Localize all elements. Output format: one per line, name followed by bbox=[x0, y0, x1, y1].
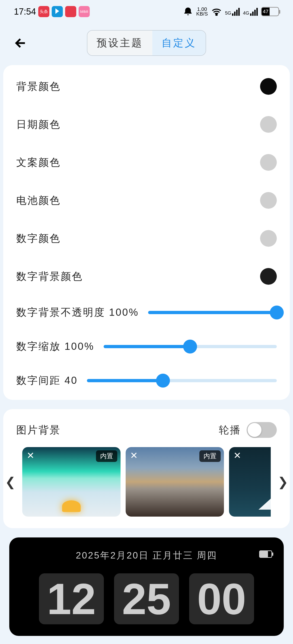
row-scale: 数字缩放 100% bbox=[3, 330, 290, 364]
slider-spacing[interactable] bbox=[87, 379, 277, 382]
delete-image-3[interactable]: ✕ bbox=[232, 450, 242, 460]
battery-icon: 47 bbox=[261, 7, 279, 16]
row-opacity: 数字背景不透明度 100% bbox=[3, 295, 290, 330]
carousel-prev[interactable]: ❮ bbox=[3, 475, 17, 489]
preview-date-row: 2025年2月20日 正月廿三 周四 bbox=[19, 549, 274, 562]
row-date-color[interactable]: 日期颜色 bbox=[3, 106, 290, 144]
carousel-next[interactable]: ❯ bbox=[276, 475, 290, 489]
label-carousel: 轮播 bbox=[219, 423, 241, 437]
bg-image-3[interactable]: ✕ 内 bbox=[229, 447, 271, 516]
flip-minute: 25 bbox=[114, 573, 179, 624]
label-image-bg: 图片背景 bbox=[16, 423, 61, 437]
swatch-battery-color[interactable] bbox=[260, 192, 277, 209]
swatch-date-color[interactable] bbox=[260, 116, 277, 133]
signal-5g-label: 5G bbox=[225, 10, 231, 16]
swatch-bg-color[interactable] bbox=[260, 78, 277, 95]
row-battery-color[interactable]: 电池颜色 bbox=[3, 182, 290, 220]
status-time: 17:54 bbox=[14, 7, 36, 17]
app-icon-play bbox=[52, 6, 63, 17]
slider-scale[interactable] bbox=[104, 345, 277, 348]
label-battery-color: 电池颜色 bbox=[16, 194, 61, 207]
label-date-color: 日期颜色 bbox=[16, 118, 61, 131]
swatch-digit-bg-color[interactable] bbox=[260, 268, 277, 285]
badge-builtin-1: 内置 bbox=[96, 450, 117, 462]
row-digit-color[interactable]: 数字颜色 bbox=[3, 220, 290, 257]
tab-custom[interactable]: 自定义 bbox=[152, 30, 206, 55]
settings-card: 背景颜色 日期颜色 文案颜色 电池颜色 数字颜色 数字背景颜色 数字背景不透明度… bbox=[3, 65, 290, 400]
clock-preview: 2025年2月20日 正月廿三 周四 12 25 00 bbox=[9, 538, 284, 636]
row-bg-color[interactable]: 背景颜色 bbox=[3, 68, 290, 106]
toggle-carousel[interactable] bbox=[247, 422, 277, 438]
alarm-icon bbox=[183, 7, 193, 16]
row-text-color[interactable]: 文案颜色 bbox=[3, 144, 290, 182]
wifi-icon bbox=[211, 8, 222, 16]
back-button[interactable] bbox=[14, 36, 28, 50]
swatch-digit-color[interactable] bbox=[260, 230, 277, 247]
bg-image-1[interactable]: ✕ 内置 bbox=[22, 447, 121, 516]
label-digit-bg-color: 数字背景颜色 bbox=[16, 270, 83, 283]
status-bar: 17:54 头条 bilibili 1.00 KB/S 5G 4G 47 bbox=[0, 0, 293, 23]
swatch-text-color[interactable] bbox=[260, 154, 277, 171]
tab-preset[interactable]: 预设主题 bbox=[87, 30, 152, 55]
signal-bars-2 bbox=[250, 8, 258, 16]
preview-battery-icon bbox=[259, 550, 272, 558]
bg-image-2[interactable]: ✕ 内置 bbox=[126, 447, 224, 516]
row-spacing: 数字间距 40 bbox=[3, 364, 290, 398]
network-speed: 1.00 KB/S bbox=[196, 7, 208, 16]
app-icon-toutiao: 头条 bbox=[38, 6, 49, 17]
label-digit-color: 数字颜色 bbox=[16, 232, 61, 245]
label-scale: 数字缩放 100% bbox=[16, 340, 94, 353]
images-card: 图片背景 轮播 ❮ ✕ 内置 ✕ 内置 ✕ 内 ❯ bbox=[3, 409, 290, 528]
app-icon-bilibili: bilibili bbox=[79, 6, 90, 17]
svg-point-0 bbox=[216, 14, 217, 16]
flip-hour: 12 bbox=[39, 573, 104, 624]
label-bg-color: 背景颜色 bbox=[16, 80, 61, 93]
slider-opacity[interactable] bbox=[148, 311, 277, 314]
signal-4g-label: 4G bbox=[243, 10, 249, 16]
delete-image-2[interactable]: ✕ bbox=[129, 450, 139, 460]
delete-image-1[interactable]: ✕ bbox=[26, 450, 36, 460]
flip-second: 00 bbox=[189, 573, 254, 624]
theme-tabs: 预设主题 自定义 bbox=[87, 30, 206, 56]
row-digit-bg-color[interactable]: 数字背景颜色 bbox=[3, 257, 290, 295]
label-opacity: 数字背景不透明度 100% bbox=[16, 306, 139, 319]
badge-builtin-2: 内置 bbox=[199, 450, 221, 462]
preview-date-text: 2025年2月20日 正月廿三 周四 bbox=[76, 550, 217, 560]
label-text-color: 文案颜色 bbox=[16, 156, 61, 169]
app-icon-red bbox=[65, 6, 76, 17]
label-spacing: 数字间距 40 bbox=[16, 374, 78, 387]
signal-bars-1 bbox=[232, 8, 240, 16]
